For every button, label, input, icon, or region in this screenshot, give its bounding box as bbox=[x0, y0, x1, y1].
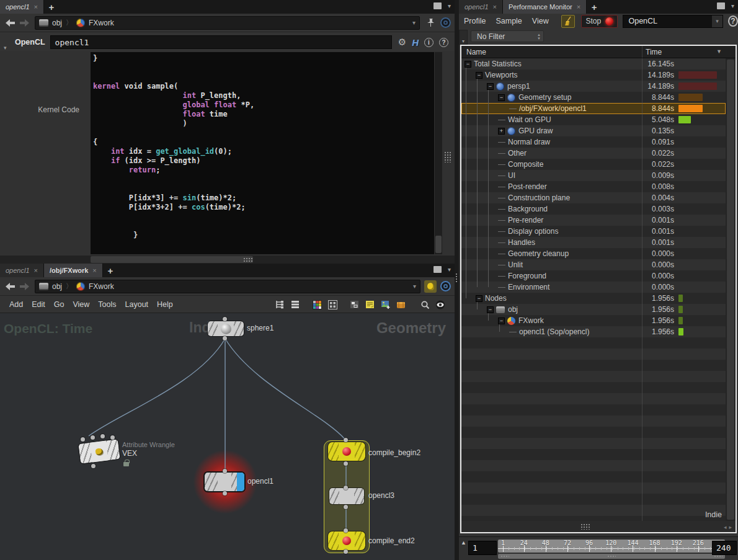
perf-row[interactable]: −FXwork1.956s bbox=[461, 315, 726, 326]
perf-row[interactable]: Composite0.022s bbox=[461, 159, 726, 170]
help-icon[interactable]: ? bbox=[439, 38, 448, 47]
close-icon[interactable]: × bbox=[577, 4, 580, 10]
collapse-toggle-icon[interactable]: − bbox=[476, 72, 482, 79]
display-flag[interactable] bbox=[237, 473, 244, 491]
close-icon[interactable]: × bbox=[34, 4, 38, 10]
perf-row[interactable]: Display options0.001s bbox=[461, 226, 726, 237]
collapse-toggle-icon[interactable]: − bbox=[487, 306, 494, 313]
perf-row[interactable]: Environment0.000s bbox=[461, 282, 726, 293]
breadcrumb-child[interactable]: FXwork bbox=[89, 19, 114, 27]
perf-row[interactable]: −Viewports14.189s bbox=[461, 69, 726, 81]
perf-row[interactable]: Foreground0.000s bbox=[461, 270, 726, 282]
search-icon[interactable] bbox=[419, 299, 430, 310]
breadcrumb-root[interactable]: obj bbox=[52, 19, 62, 27]
breadcrumb-child[interactable]: FXwork bbox=[89, 282, 114, 291]
frame-ruler[interactable]: 124487296120144168192216 bbox=[498, 540, 725, 553]
perf-row[interactable]: Pre-render0.001s bbox=[461, 215, 726, 226]
menu-tools[interactable]: Tools bbox=[94, 300, 120, 309]
node-input-dot[interactable] bbox=[100, 434, 105, 438]
timeline-expand-icon[interactable]: ▲ bbox=[461, 540, 466, 546]
scroll-arrows-icon[interactable]: ◂▸ bbox=[724, 524, 734, 530]
color-palette-icon[interactable] bbox=[311, 299, 322, 310]
perf-row[interactable]: Unlit0.000s bbox=[461, 259, 726, 270]
forward-button[interactable] bbox=[17, 281, 31, 292]
menu-go[interactable]: Go bbox=[50, 300, 69, 309]
node-input-dot[interactable] bbox=[91, 435, 95, 440]
back-button[interactable] bbox=[4, 17, 17, 29]
tree-view-icon[interactable] bbox=[274, 299, 285, 310]
collapse-toggle-icon[interactable]: − bbox=[498, 318, 505, 324]
node-sphere1[interactable] bbox=[208, 321, 244, 336]
node-output-dot[interactable] bbox=[223, 336, 227, 340]
node-opencl3[interactable] bbox=[329, 488, 364, 504]
help-icon[interactable]: ? bbox=[728, 16, 738, 27]
code-vscrollbar[interactable] bbox=[435, 52, 442, 254]
pane-maximize-icon[interactable] bbox=[433, 266, 442, 273]
node-compile-end2[interactable] bbox=[328, 531, 365, 550]
collapse-toggle-icon[interactable]: − bbox=[476, 295, 482, 302]
close-icon[interactable]: × bbox=[92, 267, 96, 273]
perf-row[interactable]: −obj1.956s bbox=[461, 304, 726, 315]
pane-maximize-icon[interactable] bbox=[717, 2, 725, 9]
menu-profile[interactable]: Profile bbox=[459, 17, 491, 25]
collapse-toggle-icon[interactable]: − bbox=[498, 94, 505, 101]
spinner-icon[interactable]: ▲▼ bbox=[537, 32, 541, 41]
pane-grip[interactable] bbox=[580, 523, 590, 530]
menu-sample[interactable]: Sample bbox=[491, 17, 527, 25]
node-input-dot[interactable] bbox=[223, 469, 227, 473]
menu-edit[interactable]: Edit bbox=[27, 300, 50, 309]
perf-row[interactable]: +GPU draw0.135s bbox=[461, 125, 726, 136]
perf-row[interactable]: /obj/FXwork/opencl18.844s bbox=[461, 103, 726, 114]
close-icon[interactable]: × bbox=[493, 4, 497, 10]
list-view-icon[interactable] bbox=[290, 299, 301, 310]
perf-row[interactable]: Wait on GPU5.048s bbox=[461, 114, 726, 125]
back-button[interactable] bbox=[4, 281, 17, 292]
linked-navigation-icon[interactable] bbox=[440, 17, 451, 28]
path-dropdown-icon[interactable]: ▾ bbox=[412, 19, 416, 26]
node-output-dot[interactable] bbox=[344, 505, 348, 509]
chevron-down-icon[interactable]: ▾ bbox=[712, 16, 722, 27]
perf-row[interactable]: −Geometry setup8.844s bbox=[461, 92, 726, 103]
menu-add[interactable]: Add bbox=[5, 300, 27, 309]
path-dropdown-icon[interactable]: ▾ bbox=[413, 283, 416, 290]
perf-table-header[interactable]: Name Time ▼ bbox=[461, 46, 736, 58]
pane-grip[interactable] bbox=[444, 151, 452, 162]
node-input-dot[interactable] bbox=[344, 528, 348, 533]
houdini-help-icon[interactable]: H bbox=[412, 37, 419, 48]
node-output-dot[interactable] bbox=[91, 464, 96, 468]
frame-start-field[interactable]: 1 bbox=[468, 541, 497, 555]
network-path-field[interactable]: obj 〉 FXwork ▾ bbox=[35, 16, 420, 30]
perf-row[interactable]: UI0.009s bbox=[461, 170, 726, 181]
perf-row[interactable]: −Nodes1.956s bbox=[461, 293, 726, 304]
node-input-dot[interactable] bbox=[344, 438, 348, 442]
node-compile-begin2[interactable] bbox=[328, 442, 365, 461]
perf-row[interactable]: Construction plane0.004s bbox=[461, 192, 726, 203]
frame-end-field[interactable]: 240 bbox=[712, 541, 737, 555]
forward-button[interactable] bbox=[17, 17, 31, 29]
node-output-dot[interactable] bbox=[344, 461, 348, 466]
pane-maximize-icon[interactable] bbox=[433, 2, 442, 9]
pane-divider[interactable] bbox=[455, 0, 459, 560]
column-time[interactable]: Time bbox=[646, 48, 662, 56]
breadcrumb-root[interactable]: obj bbox=[52, 282, 62, 291]
node-input-dot[interactable] bbox=[223, 317, 227, 321]
filter-select[interactable]: No Filter ▲▼ bbox=[471, 30, 544, 42]
add-image-icon[interactable] bbox=[380, 299, 391, 310]
new-tab-button[interactable]: + bbox=[587, 0, 602, 14]
new-tab-button[interactable]: + bbox=[44, 0, 59, 14]
network-path-field[interactable]: obj 〉 FXwork ▾ bbox=[35, 280, 420, 293]
tab-opencl1[interactable]: opencl1 × bbox=[459, 0, 503, 14]
pane-menu-icon[interactable]: ▾ bbox=[448, 266, 451, 273]
menu-layout[interactable]: Layout bbox=[121, 300, 153, 309]
info-icon[interactable]: i bbox=[424, 38, 433, 47]
asset-crate-icon[interactable] bbox=[395, 299, 406, 310]
perf-row[interactable]: Background0.003s bbox=[461, 203, 726, 215]
tab-performance-monitor[interactable]: Performance Monitor × bbox=[503, 0, 587, 14]
follow-path-icon[interactable] bbox=[424, 280, 437, 293]
node-output-dot[interactable] bbox=[344, 549, 348, 554]
node-name-field[interactable]: opencl1 bbox=[50, 35, 392, 49]
close-icon[interactable]: × bbox=[34, 267, 38, 273]
menu-help[interactable]: Help bbox=[153, 300, 177, 309]
stop-recording-button[interactable]: Stop bbox=[581, 15, 618, 28]
clear-broom-button[interactable] bbox=[561, 15, 576, 28]
